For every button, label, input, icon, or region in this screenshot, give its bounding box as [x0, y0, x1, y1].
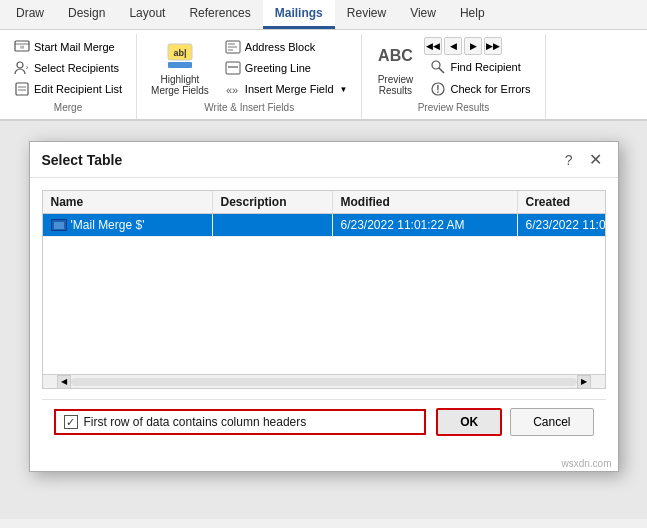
- scroll-right-button[interactable]: ▶: [577, 375, 591, 389]
- col-header-created: Created: [518, 191, 606, 213]
- table-container: Name Description Modified Created Type: [42, 190, 606, 389]
- svg-text:!: !: [437, 84, 440, 95]
- ribbon-group-merge: ✉ Start Mail Merge ›: [0, 34, 137, 119]
- nav-row-top: ◀◀ ◀ ▶ ▶▶: [424, 37, 536, 55]
- start-mail-merge-button[interactable]: ✉ Start Mail Merge: [8, 37, 128, 57]
- recipients-icon: ›: [14, 60, 30, 76]
- col-header-name: Name: [43, 191, 213, 213]
- checkbox-label: First row of data contains column header…: [84, 415, 307, 429]
- checkbox-area: ✓ First row of data contains column head…: [54, 409, 427, 435]
- tab-draw[interactable]: Draw: [4, 0, 56, 29]
- svg-point-18: [432, 61, 440, 69]
- nav-first-button[interactable]: ◀◀: [424, 37, 442, 55]
- dialog-titlebar: Select Table ? ✕: [30, 142, 618, 178]
- col-header-modified: Modified: [333, 191, 518, 213]
- address-block-icon: [225, 39, 241, 55]
- dialog-controls: ? ✕: [561, 150, 606, 169]
- nav-next-button[interactable]: ▶: [464, 37, 482, 55]
- svg-text:«»: «»: [226, 84, 238, 96]
- empty-table-space: [43, 237, 605, 367]
- svg-text:ab|: ab|: [173, 48, 186, 58]
- main-area: Select Table ? ✕ Name Description Modifi…: [0, 121, 647, 519]
- dialog-buttons: OK Cancel: [436, 408, 593, 436]
- find-recipient-label: Find Recipient: [450, 61, 520, 73]
- highlight-icon: ab|: [164, 40, 196, 72]
- row-name-text: 'Mail Merge $': [71, 218, 145, 232]
- ok-button[interactable]: OK: [436, 408, 502, 436]
- col-header-description: Description: [213, 191, 333, 213]
- find-recipient-icon: [430, 59, 446, 75]
- preview-results-button[interactable]: ABC PreviewResults: [370, 36, 420, 100]
- recipient-list-label: Edit Recipient List: [34, 83, 122, 95]
- cell-created: 6/23/2022 11:01:22 AM: [518, 214, 606, 236]
- tab-layout[interactable]: Layout: [117, 0, 177, 29]
- merge-buttons: ✉ Start Mail Merge ›: [8, 37, 128, 99]
- address-block-button[interactable]: Address Block: [219, 37, 354, 57]
- address-block-label: Address Block: [245, 41, 315, 53]
- tab-view[interactable]: View: [398, 0, 448, 29]
- dialog-help-button[interactable]: ?: [561, 152, 577, 168]
- cell-name: 'Mail Merge $': [43, 214, 213, 236]
- tab-help[interactable]: Help: [448, 0, 497, 29]
- insert-merge-field-icon: «»: [225, 81, 241, 97]
- name-cell-content: 'Mail Merge $': [51, 218, 204, 232]
- nav-arrows: ◀◀ ◀ ▶ ▶▶ Fin: [424, 37, 536, 99]
- select-recipients-button[interactable]: › Select Recipients: [8, 58, 128, 78]
- dialog-body: Name Description Modified Created Type: [30, 178, 618, 456]
- tab-design[interactable]: Design: [56, 0, 117, 29]
- svg-line-19: [439, 68, 444, 73]
- start-merge-icon: ✉: [14, 39, 30, 55]
- select-table-dialog: Select Table ? ✕ Name Description Modifi…: [29, 141, 619, 472]
- greeting-line-button[interactable]: Greeting Line: [219, 58, 354, 78]
- preview-results-icon: ABC: [379, 40, 411, 72]
- dialog-title: Select Table: [42, 152, 123, 168]
- nav-last-button[interactable]: ▶▶: [484, 37, 502, 55]
- scroll-left-button[interactable]: ◀: [57, 375, 71, 389]
- preview-results-label: PreviewResults: [378, 74, 414, 96]
- write-insert-small-buttons: Address Block Greeting Line: [219, 37, 354, 99]
- cancel-button[interactable]: Cancel: [510, 408, 593, 436]
- highlight-merge-fields-button[interactable]: ab| Highlight Merge Fields: [145, 36, 215, 100]
- ribbon-tab-bar: Draw Design Layout References Mailings R…: [0, 0, 647, 30]
- insert-merge-field-button[interactable]: «» Insert Merge Field ▼: [219, 79, 354, 99]
- tab-review[interactable]: Review: [335, 0, 398, 29]
- row-modified-text: 6/23/2022 11:01:22 AM: [341, 218, 465, 232]
- tab-mailings[interactable]: Mailings: [263, 0, 335, 29]
- table-body: 'Mail Merge $' 6/23/2022 11:01:22 AM 6/2…: [43, 214, 605, 374]
- svg-rect-5: [16, 83, 28, 95]
- find-recipient-button[interactable]: Find Recipient: [424, 57, 536, 77]
- table-row-icon: [51, 219, 67, 231]
- insert-merge-dropdown-arrow[interactable]: ▼: [340, 85, 348, 94]
- write-insert-group-content: ab| Highlight Merge Fields: [145, 36, 353, 100]
- insert-merge-field-label: Insert Merge Field: [245, 83, 334, 95]
- svg-rect-9: [168, 62, 192, 68]
- dialog-close-button[interactable]: ✕: [585, 150, 606, 169]
- row-created-text: 6/23/2022 11:01:22 AM: [526, 218, 606, 232]
- highlight-label: Highlight Merge Fields: [151, 74, 209, 96]
- merge-group-content: ✉ Start Mail Merge ›: [8, 36, 128, 100]
- svg-rect-15: [226, 62, 240, 74]
- preview-group-label: Preview Results: [418, 100, 490, 117]
- column-headers-checkbox[interactable]: ✓: [64, 415, 78, 429]
- merge-group-label: Merge: [54, 100, 82, 117]
- checkbox-check-mark: ✓: [66, 416, 75, 429]
- preview-group-content: ABC PreviewResults ◀◀ ◀ ▶ ▶▶: [370, 36, 536, 100]
- scrollbar-track[interactable]: [71, 378, 577, 386]
- dialog-footer: ✓ First row of data contains column head…: [42, 399, 606, 444]
- table-row[interactable]: 'Mail Merge $' 6/23/2022 11:01:22 AM 6/2…: [43, 214, 605, 237]
- write-insert-group-label: Write & Insert Fields: [204, 100, 294, 117]
- svg-text:✉: ✉: [20, 44, 24, 50]
- svg-point-3: [17, 62, 23, 68]
- start-merge-label: Start Mail Merge: [34, 41, 115, 53]
- edit-recipient-list-button[interactable]: Edit Recipient List: [8, 79, 128, 99]
- check-for-errors-button[interactable]: ! Check for Errors: [424, 79, 536, 99]
- watermark: wsxdn.com: [30, 456, 618, 471]
- tab-references[interactable]: References: [177, 0, 262, 29]
- nav-prev-button[interactable]: ◀: [444, 37, 462, 55]
- check-errors-icon: !: [430, 81, 446, 97]
- find-check-buttons: Find Recipient ! Check for Errors: [424, 57, 536, 99]
- table-header: Name Description Modified Created Type: [43, 191, 605, 214]
- cell-description: [213, 214, 333, 236]
- table-scrollbar[interactable]: ◀ ▶: [43, 374, 605, 388]
- svg-text:›: ›: [26, 63, 29, 72]
